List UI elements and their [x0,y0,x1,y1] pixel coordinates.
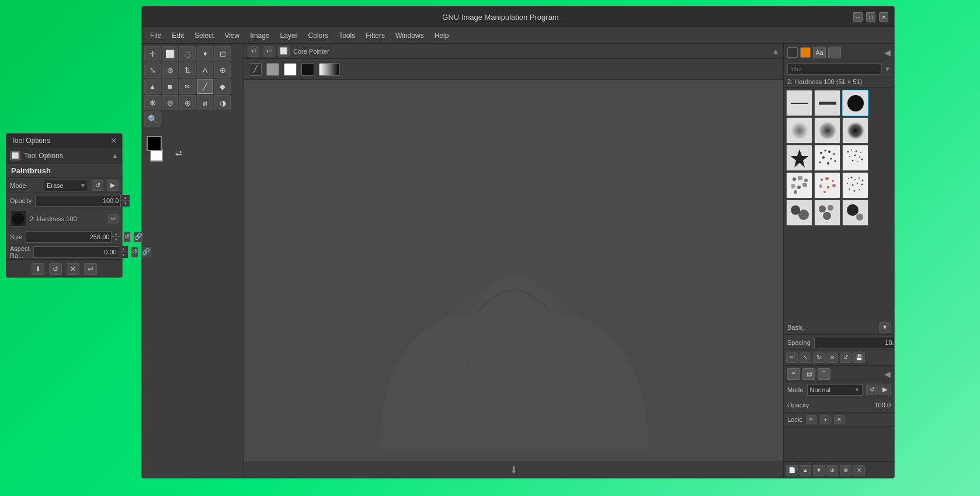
brush-item-13[interactable] [786,200,812,226]
pencil-btn[interactable]: ✏ [179,79,196,94]
maximize-button[interactable]: □ [866,12,875,22]
brush-item-2[interactable] [814,90,840,116]
layer-new-btn[interactable]: 📄 [786,465,798,476]
layers-tab-channels[interactable]: ▤ [802,368,815,380]
size-up[interactable]: ▲ [112,231,120,237]
brush-item-12[interactable] [842,172,868,198]
canvas-undo-btn[interactable]: ↩ [248,46,259,57]
paint-bucket-btn[interactable]: ▲ [144,79,161,94]
mode-select[interactable]: Erase ▼ [44,180,88,191]
menu-file[interactable]: File [145,30,166,41]
menu-filters[interactable]: Filters [361,30,390,41]
spacing-input[interactable] [814,337,894,348]
aspect-reset-btn[interactable]: ↺ [131,247,138,257]
panel-tab-text[interactable]: Aa [813,47,826,58]
opacity-input[interactable] [35,195,130,207]
tool-options-reset-btn[interactable]: ↺ [49,263,62,275]
heal-tool-btn[interactable]: ⊕ [214,62,231,78]
airbrush-btn[interactable]: ❋ [144,95,161,110]
brush-item-14[interactable] [814,200,840,226]
brush-item-8[interactable] [814,145,840,171]
layers-mode-select[interactable]: Normal ▼ [807,384,863,396]
brush-rotate-icon[interactable]: ↻ [813,352,825,363]
text-tool-btn[interactable]: A [197,62,213,78]
tool-options-expand[interactable]: ▲ [112,152,119,160]
aspect-down[interactable]: ▼ [119,252,128,258]
layer-anchor-btn[interactable]: ⊗ [840,465,852,476]
flip-btn[interactable]: ⇅ [179,62,196,78]
canvas-expand-btn[interactable]: ▲ [772,47,780,56]
menu-help[interactable]: Help [430,30,454,41]
menu-layer[interactable]: Layer [276,30,303,41]
lock-paint-btn[interactable]: ✏ [806,415,816,424]
layers-mode-next[interactable]: ▶ [879,385,891,395]
smudge-btn[interactable]: ⌀ [197,95,213,110]
menu-select[interactable]: Select [190,30,218,41]
eraser-btn[interactable]: ◆ [214,79,231,94]
brush-item-3[interactable] [842,90,868,116]
opacity-down[interactable]: ▼ [121,201,130,207]
menu-image[interactable]: Image [245,30,274,41]
dodge-burn-btn[interactable]: ◑ [214,95,231,110]
transform-btn[interactable]: ⤡ [144,62,161,78]
drawing-canvas[interactable] [244,80,783,462]
aspect-input[interactable] [33,246,128,258]
warp-btn[interactable]: ⊛ [162,62,178,78]
close-button[interactable]: ✕ [879,12,888,22]
foreground-color[interactable] [147,136,162,151]
brush-refresh-icon[interactable]: ↺ [840,352,852,363]
brush-item-6[interactable] [842,117,868,144]
layers-mode-reset[interactable]: ↺ [866,385,878,395]
tool-options-close[interactable]: ✕ [110,136,117,145]
crop-tool-btn[interactable]: ⊡ [214,46,231,61]
brush-item-7[interactable] [786,145,812,171]
brush-item-4[interactable] [786,117,812,144]
layer-delete-btn[interactable]: ✕ [853,465,865,476]
rect-select-btn[interactable]: ⬜ [162,46,178,61]
lock-all-btn[interactable]: ✕ [834,415,845,424]
panel-tab-extra[interactable] [828,47,841,58]
tool-options-restore-btn[interactable]: ↩ [84,263,97,275]
brush-item-11[interactable] [814,172,840,198]
size-input[interactable] [26,231,120,243]
tool-options-delete-btn[interactable]: ✕ [67,263,79,275]
layer-duplicate-btn[interactable]: ⊕ [826,465,838,476]
menu-edit[interactable]: Edit [167,30,189,41]
clone-tool-btn[interactable]: ⊕ [179,95,196,110]
ink-tool-btn[interactable]: ⊘ [162,95,178,110]
brush-save-icon[interactable]: 💾 [853,352,865,363]
panel-tab-color[interactable] [787,47,798,58]
opacity-up[interactable]: ▲ [121,195,130,201]
zoom-tool-btn[interactable]: 🔍 [144,111,161,127]
aspect-up[interactable]: ▲ [119,246,128,253]
menu-view[interactable]: View [220,30,244,41]
menu-tools[interactable]: Tools [334,30,360,41]
brush-item-5[interactable] [814,117,840,144]
brush-item-10[interactable] [786,172,812,198]
brush-edit-btn[interactable]: ✏ [108,214,119,223]
panel-resize-handle[interactable] [782,262,783,280]
mode-extra-btn[interactable]: ▶ [107,180,119,191]
tool-options-save-btn[interactable]: ⬇ [32,263,44,275]
brush-item-15[interactable] [842,200,868,226]
move-tool-btn[interactable]: ✛ [144,46,161,61]
size-link-btn[interactable]: 🔗 [134,232,143,242]
layers-tab-layers[interactable]: ≡ [787,368,800,380]
menu-windows[interactable]: Windows [391,30,429,41]
brush-flip-icon[interactable]: ✕ [826,352,838,363]
layer-raise-btn[interactable]: ▲ [800,465,811,476]
brush-scale-icon[interactable]: ⤡ [800,352,811,363]
canvas-redo-btn[interactable]: ↩ [263,46,274,57]
size-down[interactable]: ▼ [112,237,120,243]
mode-reset-btn[interactable]: ↺ [92,180,103,191]
size-reset-btn[interactable]: ↺ [124,232,130,242]
swap-colors-btn[interactable]: ⇄ [175,149,183,157]
panel-tab-orange[interactable] [800,47,811,58]
brush-item-9[interactable] [842,145,868,171]
brush-edit-icon[interactable]: ✏ [786,352,798,363]
panel-collapse-btn[interactable]: ◀ [884,48,891,57]
menu-colors[interactable]: Colors [304,30,333,41]
aspect-link-btn[interactable]: 🔗 [141,247,151,257]
layers-collapse-btn[interactable]: ◀ [884,369,891,379]
layers-tab-paths[interactable]: ⌒ [818,368,830,380]
